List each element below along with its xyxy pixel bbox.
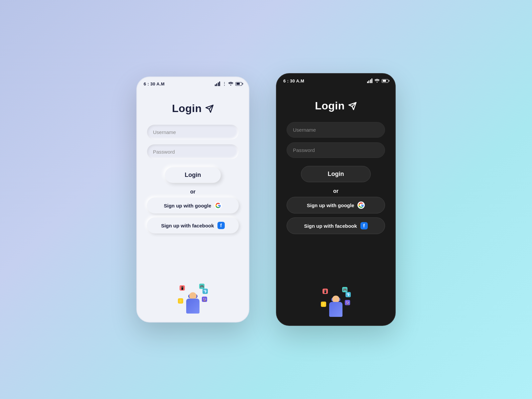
dark-phone: 6 : 30 A.M Login	[276, 73, 396, 326]
send-icon-dark	[348, 102, 357, 110]
phone-body-light: Login Login or Sign up with google	[137, 89, 249, 322]
google-signin-button-light[interactable]: Sign up with google	[147, 198, 239, 213]
login-button-dark[interactable]: Login	[301, 166, 371, 182]
float-icon-d2: 🎮	[342, 287, 347, 292]
login-title-dark: Login	[315, 100, 357, 112]
signal-bar-1	[215, 84, 216, 86]
signal-bar-d4	[371, 78, 372, 83]
facebook-button-text-dark: Sign up with facebook	[304, 223, 357, 229]
or-text-light: or	[190, 189, 196, 195]
battery-fill-dark	[383, 80, 386, 82]
password-wrapper-light	[147, 144, 239, 164]
float-icon-3: 💎	[202, 289, 208, 294]
float-icon-4: ⭐	[178, 298, 183, 304]
signal-bar-d3	[370, 79, 371, 83]
status-bar-dark: 6 : 30 A.M	[277, 74, 395, 86]
phone-body-dark: Login Login or Sign up with google	[277, 86, 395, 325]
battery-fill-light	[236, 83, 240, 85]
illustration-dark: 📱 🎮 💎 ⭐ 🔮	[319, 285, 352, 319]
wifi-icon-light: ⋮	[222, 81, 233, 86]
light-phone: 6 : 30 A.M ⋮ Login	[136, 76, 249, 323]
signal-icon-light	[215, 81, 220, 86]
status-time-light: 6 : 30 A.M	[144, 81, 165, 86]
password-wrapper-dark	[287, 142, 385, 163]
username-input-light[interactable]	[147, 125, 239, 140]
login-title-light: Login	[172, 102, 214, 115]
battery-icon-light	[235, 82, 242, 86]
person-body-light	[186, 299, 200, 314]
float-icon-5: 🔮	[202, 297, 207, 302]
google-icon-light	[214, 202, 222, 209]
float-icon-d1: 📱	[323, 289, 328, 294]
signal-bar-3	[218, 82, 219, 86]
google-signin-button-dark[interactable]: Sign up with google	[287, 197, 385, 213]
facebook-icon-dark: f	[360, 222, 368, 229]
battery-icon-dark	[382, 79, 388, 83]
login-title-text-dark: Login	[315, 100, 345, 112]
float-icon-d3: 💎	[345, 292, 351, 297]
or-text-dark: or	[333, 188, 338, 194]
signal-bar-d2	[368, 80, 369, 83]
password-input-light[interactable]	[147, 144, 239, 159]
username-wrapper-dark	[287, 122, 385, 142]
status-icons-light: ⋮	[215, 81, 242, 86]
username-wrapper-light	[147, 125, 239, 144]
wifi-icon-dark	[374, 78, 380, 84]
status-icons-dark	[367, 78, 389, 84]
signal-bar-4	[219, 81, 220, 86]
login-title-text-light: Login	[172, 102, 202, 115]
signal-icon-dark	[367, 78, 373, 83]
google-button-text-dark: Sign up with google	[307, 202, 354, 208]
facebook-icon-light: f	[217, 222, 225, 229]
facebook-button-text-light: Sign up with facebook	[161, 223, 214, 228]
float-icon-d4: ⭐	[321, 302, 326, 307]
float-icon-1: 📱	[180, 285, 185, 291]
signal-bar-2	[216, 83, 217, 86]
float-icon-2: 🎮	[199, 284, 204, 289]
float-icon-d5: 🔮	[345, 300, 350, 305]
password-input-dark[interactable]	[287, 142, 385, 158]
google-icon-dark	[357, 201, 365, 209]
login-button-light[interactable]: Login	[165, 167, 221, 183]
illustration-light: 📱 🎮 💎 ⭐ 🔮	[176, 282, 209, 315]
facebook-signin-button-light[interactable]: Sign up with facebook f	[147, 217, 239, 233]
status-time-dark: 6 : 30 A.M	[283, 78, 304, 83]
google-button-text-light: Sign up with google	[164, 203, 211, 208]
username-input-dark[interactable]	[287, 122, 385, 138]
send-icon-light	[205, 104, 214, 113]
person-figure-light: 📱 🎮 💎 ⭐ 🔮	[178, 284, 208, 314]
person-body-dark	[329, 302, 342, 317]
person-figure-dark: 📱 🎮 💎 ⭐ 🔮	[321, 287, 351, 317]
status-bar-light: 6 : 30 A.M ⋮	[137, 77, 249, 89]
signal-bar-d1	[367, 81, 368, 83]
facebook-signin-button-dark[interactable]: Sign up with facebook f	[287, 217, 385, 234]
